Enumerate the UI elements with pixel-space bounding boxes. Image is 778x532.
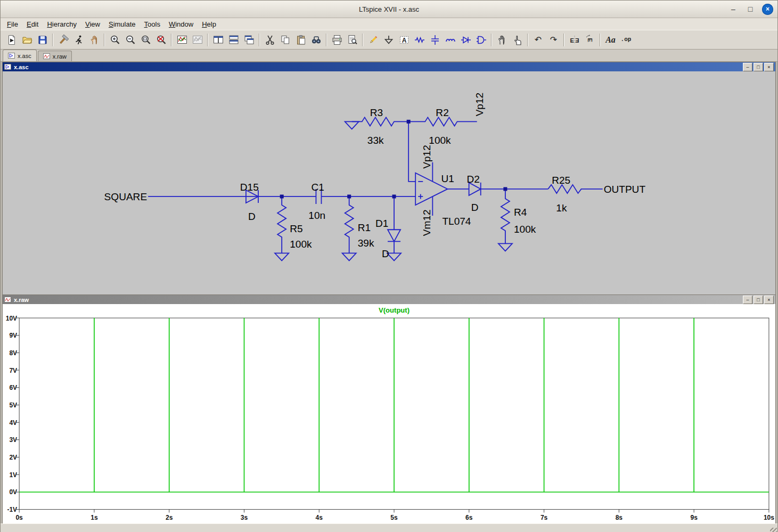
y-tick: -1V <box>7 506 17 513</box>
y-tick: 9V <box>9 332 17 339</box>
waveform-restore-button[interactable]: □ <box>754 296 763 304</box>
mirror-letter: E <box>570 37 574 44</box>
plot-settings-icon[interactable] <box>190 32 205 47</box>
cascade-windows-icon[interactable] <box>241 32 257 47</box>
close-button[interactable]: × <box>762 4 773 15</box>
paste-icon[interactable] <box>293 32 308 47</box>
menu-window[interactable]: Window <box>165 19 198 29</box>
maximize-button[interactable]: □ <box>745 4 756 14</box>
waveform-titlebar[interactable]: x.raw – □ × <box>3 295 775 304</box>
find-icon[interactable] <box>308 32 324 47</box>
label-R1-ref: R1 <box>358 222 371 233</box>
net-label-icon[interactable]: A <box>396 32 412 47</box>
zoom-out-icon[interactable] <box>122 32 138 47</box>
toolbar-separator <box>600 34 601 46</box>
x-axis-ticks <box>19 510 769 513</box>
x-tick: 3s <box>241 514 248 521</box>
diode-icon[interactable] <box>458 32 473 47</box>
undo-glyph: ↶ <box>535 36 542 44</box>
schematic-titlebar[interactable]: x.asc – □ × <box>3 62 775 71</box>
cut-icon[interactable] <box>262 32 277 47</box>
label-D15-value: D <box>248 211 256 222</box>
titlebar[interactable]: LTspice XVII - x.asc – □ × <box>1 1 777 18</box>
save-icon[interactable] <box>35 32 50 47</box>
tile-vertical-icon[interactable] <box>210 32 226 47</box>
y-tick: 7V <box>9 367 17 374</box>
label-R4-ref: R4 <box>514 207 527 218</box>
print-icon[interactable] <box>329 32 345 47</box>
copy-icon[interactable] <box>277 32 293 47</box>
label-D1-ref: D1 <box>375 218 388 229</box>
menu-file[interactable]: File <box>3 19 22 29</box>
drag-icon[interactable] <box>510 32 525 47</box>
new-schematic-icon[interactable] <box>4 32 19 47</box>
label-C1-value: 10n <box>308 210 325 221</box>
text-glyph: Aa <box>605 36 616 44</box>
menu-help[interactable]: Help <box>198 19 220 29</box>
zoom-in-icon[interactable] <box>107 32 122 47</box>
schematic-canvas[interactable]: SQUARE OUTPUT D15 D C1 10n R5 100k R1 39… <box>3 71 775 295</box>
menu-tools[interactable]: Tools <box>140 19 165 29</box>
zoom-redraw-icon[interactable] <box>153 32 169 47</box>
waveform-minimize-button[interactable]: – <box>743 296 752 304</box>
autorange-icon[interactable] <box>174 32 190 47</box>
y-tick: 5V <box>9 402 17 409</box>
resistor-R25-symbol <box>548 185 602 193</box>
halt-icon[interactable] <box>86 32 102 47</box>
rotate-letter: E <box>587 38 593 42</box>
waveform-window: x.raw – □ × V(output) 10V 9V 8V <box>2 294 776 523</box>
waveform-close-button[interactable]: × <box>764 296 774 304</box>
toolbar-separator <box>52 34 53 46</box>
inductor-icon[interactable] <box>443 32 458 47</box>
minimize-button[interactable]: – <box>728 4 739 14</box>
diode-D1-symbol <box>388 197 400 253</box>
component-icon[interactable] <box>473 32 489 47</box>
label-R3-value: 33k <box>367 135 384 146</box>
label-R4-value: 100k <box>514 224 536 235</box>
label-R1-value: 39k <box>358 238 374 249</box>
redo-icon[interactable]: ↷ <box>546 32 561 47</box>
move-icon[interactable] <box>494 32 510 47</box>
waveform-drawing: V(output) 10V 9V 8V 7V 6V 5V 4V 3V 2V <box>3 304 775 524</box>
mirror-icon[interactable]: EE <box>567 32 582 47</box>
schematic-close-button[interactable]: × <box>764 63 774 71</box>
wire-icon[interactable] <box>365 32 381 47</box>
x-tick: 6s <box>465 514 473 521</box>
statusbar <box>1 523 777 532</box>
x-tick: 7s <box>540 514 548 521</box>
y-axis-ticks <box>16 318 19 509</box>
schematic-restore-button[interactable]: □ <box>754 63 763 71</box>
schematic-minimize-button[interactable]: – <box>743 63 752 71</box>
tab-xasc[interactable]: x.asc <box>3 50 37 61</box>
open-icon[interactable] <box>19 32 35 47</box>
tabbar: x.asc x.raw <box>1 50 777 62</box>
text-icon[interactable]: Aa <box>603 32 618 47</box>
waveform-window-controls: – □ × <box>743 296 774 304</box>
tile-horizontal-icon[interactable] <box>226 32 241 47</box>
tab-xraw[interactable]: x.raw <box>38 51 72 61</box>
menu-view[interactable]: View <box>81 19 104 29</box>
undo-icon[interactable]: ↶ <box>530 32 546 47</box>
ground-icon[interactable] <box>381 32 396 47</box>
label-D2-ref: D2 <box>467 174 480 185</box>
resistor-icon[interactable] <box>412 32 427 47</box>
spice-directive-icon[interactable]: .op <box>618 32 634 47</box>
control-panel-icon[interactable] <box>55 32 71 47</box>
menu-hierarchy[interactable]: Hierarchy <box>43 19 81 29</box>
menu-edit[interactable]: Edit <box>22 19 43 29</box>
waveform-window-icon <box>4 297 11 302</box>
capacitor-icon[interactable] <box>427 32 443 47</box>
print-preview-icon[interactable] <box>345 32 360 47</box>
menu-simulate[interactable]: Simulate <box>104 19 140 29</box>
ground-R4 <box>498 243 512 251</box>
x-tick: 9s <box>690 514 698 521</box>
y-tick: 3V <box>9 436 17 444</box>
zoom-full-icon[interactable] <box>138 32 153 47</box>
resize-grip[interactable] <box>770 528 777 532</box>
rotate-icon[interactable]: E <box>582 32 597 47</box>
waveform-plot[interactable]: V(output) 10V 9V 8V 7V 6V 5V 4V 3V 2V <box>3 304 775 524</box>
run-icon[interactable] <box>71 32 86 47</box>
trace-legend[interactable]: V(output) <box>379 306 410 314</box>
x-tick: 2s <box>166 514 173 521</box>
resistor-R4-symbol <box>501 189 510 243</box>
